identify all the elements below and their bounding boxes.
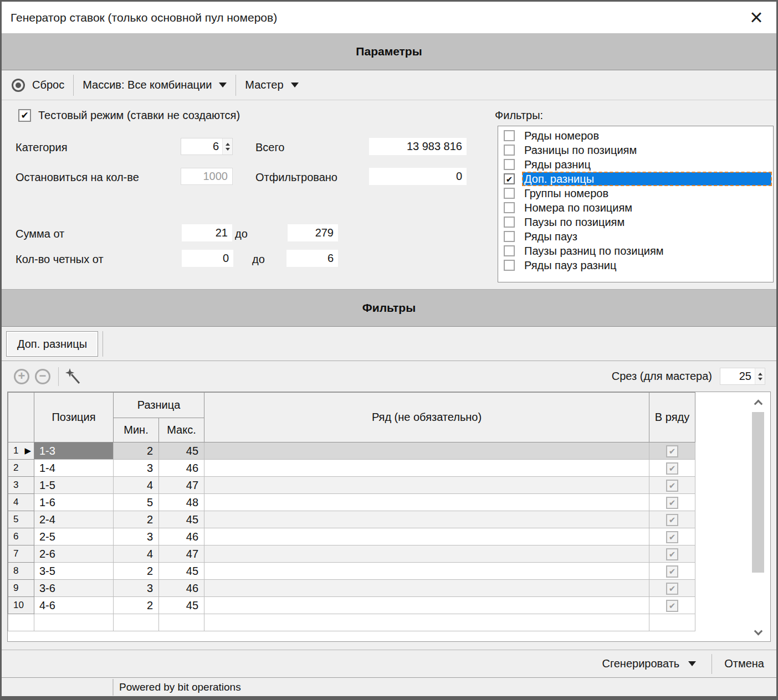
in-row-checkbox[interactable] [666,480,678,492]
cancel-button[interactable]: Отмена [722,657,766,670]
filter-checkbox[interactable] [504,145,515,156]
row-number-cell[interactable]: 1▶ [8,442,34,460]
filter-item-label[interactable]: Группы номеров [523,187,771,200]
filter-list-item[interactable]: Ряды разниц [498,157,773,172]
vertical-scrollbar[interactable] [750,395,766,639]
slice-spinner[interactable]: 25 [720,368,765,385]
in-row-cell[interactable] [649,477,695,494]
in-row-checkbox[interactable] [666,514,678,526]
in-row-cell[interactable] [649,494,695,511]
filter-checkbox[interactable] [504,231,515,242]
row-series-cell[interactable] [204,511,649,528]
remove-row-button minus-circle-icon[interactable] [35,369,50,384]
master-dropdown-button[interactable]: Мастер [245,79,298,91]
min-cell[interactable]: 2 [114,442,159,460]
in-row-checkbox[interactable] [666,497,678,509]
row-series-cell[interactable] [204,442,649,460]
array-dropdown-button[interactable]: Массив: Все комбинации [83,79,227,91]
in-row-checkbox[interactable] [666,445,678,457]
position-cell[interactable]: 2-6 [34,545,114,563]
in-row-cell[interactable] [649,528,695,545]
row-number-cell[interactable]: 4▶ [8,494,34,511]
table-row[interactable]: 5▶ 2-4 2 45 [8,511,695,528]
min-cell[interactable]: 3 [114,528,159,545]
scroll-down-icon[interactable] [750,626,766,639]
stop-count-field[interactable]: 1000 [181,168,233,185]
row-number-cell[interactable]: 9▶ [8,580,34,597]
row-series-cell[interactable] [204,563,649,580]
table-row[interactable]: 8▶ 3-5 2 45 [8,563,695,580]
scroll-up-icon[interactable] [750,395,766,409]
table-row[interactable]: 1▶ 1-3 2 45 [8,442,695,460]
filter-checkbox[interactable] [504,188,515,199]
min-cell[interactable]: 4 [114,477,159,494]
filter-item-label[interactable]: Ряды номеров [523,129,771,142]
max-cell[interactable]: 45 [159,597,204,614]
filter-list-item[interactable]: Группы номеров [498,186,773,200]
sum-from-field[interactable]: 21 [182,224,232,241]
filter-checkbox[interactable] [504,130,515,141]
filter-checkbox[interactable] [504,245,515,256]
reset-button[interactable]: Сброс [12,79,64,92]
filter-item-label[interactable]: Паузы по позициям [523,215,771,229]
row-series-cell[interactable] [204,528,649,545]
spinner-arrows-icon[interactable] [222,138,232,155]
filter-item-label[interactable]: Номера по позициям [523,201,771,214]
in-row-cell[interactable] [649,442,695,460]
magic-wand-icon[interactable] [65,368,82,385]
max-cell[interactable]: 47 [159,545,204,563]
row-number-cell[interactable]: 6▶ [8,528,34,545]
position-cell[interactable]: 3-5 [34,563,114,580]
row-number-cell[interactable]: 5▶ [8,511,34,528]
table-row-empty[interactable] [8,614,695,631]
in-row-checkbox[interactable] [666,531,678,543]
filter-list-item[interactable]: Паузы разниц по позициям [498,244,773,258]
slice-value[interactable]: 25 [720,368,755,384]
row-number-cell[interactable]: 2▶ [8,460,34,477]
filter-checkbox[interactable] [504,260,515,271]
filter-list-item[interactable]: Номера по позициям [498,200,773,215]
in-row-checkbox[interactable] [666,462,678,475]
max-cell[interactable]: 45 [159,563,204,580]
filter-list-item[interactable]: Ряды пауз [498,229,773,244]
test-mode-checkbox-row[interactable]: Тестовый режим (ставки не создаются) [18,109,240,122]
filter-list-item[interactable]: Доп. разницы [498,172,773,186]
filter-checkbox[interactable] [504,217,515,228]
table-row[interactable]: 2▶ 1-4 3 46 [8,460,695,477]
filter-item-label[interactable]: Ряды пауз разниц [523,259,771,272]
min-cell[interactable]: 2 [114,563,159,580]
filter-list-item[interactable]: Разницы по позициям [498,143,773,157]
row-series-cell[interactable] [204,494,649,511]
max-cell[interactable]: 45 [159,511,204,528]
table-row[interactable]: 10▶ 4-6 2 45 [8,597,695,614]
table-row[interactable]: 9▶ 3-6 3 46 [8,580,695,597]
position-cell[interactable]: 1-6 [34,494,114,511]
category-value[interactable]: 6 [181,138,222,155]
in-row-checkbox[interactable] [666,565,678,578]
in-row-checkbox[interactable] [666,583,678,595]
close-icon[interactable]: × [744,5,769,29]
spinner-arrows-icon[interactable] [755,368,765,384]
table-row[interactable]: 3▶ 1-5 4 47 [8,477,695,494]
row-series-cell[interactable] [204,597,649,614]
position-cell[interactable]: 1-4 [34,460,114,477]
row-series-cell[interactable] [204,460,649,477]
filter-item-label[interactable]: Ряды разниц [523,158,771,171]
min-cell[interactable]: 3 [114,580,159,597]
position-cell[interactable]: 1-5 [34,477,114,494]
filter-item-label[interactable]: Паузы разниц по позициям [523,244,771,258]
generate-button[interactable]: Сгенерировать [596,657,702,670]
table-row[interactable]: 7▶ 2-6 4 47 [8,545,695,563]
filter-list-item[interactable]: Паузы по позициям [498,215,773,229]
min-cell[interactable]: 3 [114,460,159,477]
in-row-checkbox[interactable] [666,600,678,612]
row-number-cell[interactable]: 3▶ [8,477,34,494]
table-row[interactable]: 6▶ 2-5 3 46 [8,528,695,545]
max-cell[interactable]: 47 [159,477,204,494]
max-cell[interactable]: 48 [159,494,204,511]
position-cell[interactable]: 3-6 [34,580,114,597]
in-row-checkbox[interactable] [666,548,678,560]
max-cell[interactable]: 45 [159,442,204,460]
row-series-cell[interactable] [204,545,649,563]
min-cell[interactable]: 2 [114,597,159,614]
